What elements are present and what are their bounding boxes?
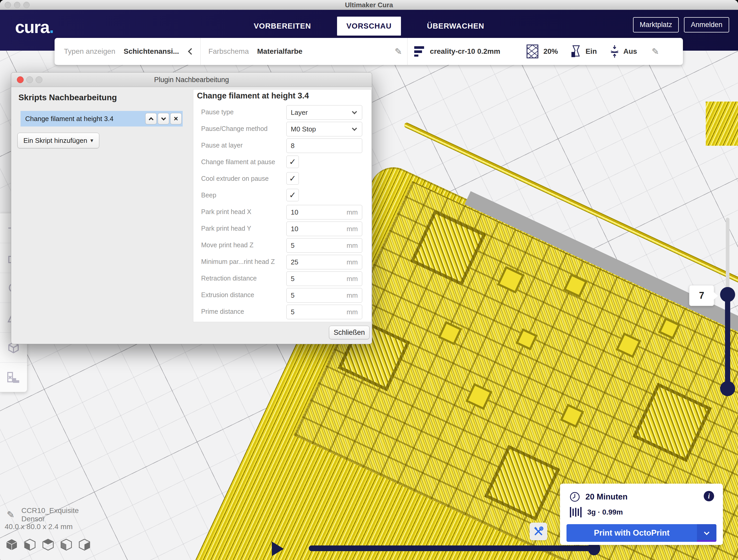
pause-at-layer-value: 8 [287, 142, 362, 150]
color-scheme-value[interactable]: Materialfarbe [257, 47, 303, 56]
adhesion-icon [609, 44, 620, 59]
field-row-change-filament-at-pause: Change filament at pause✓ [193, 154, 371, 171]
extrusion-distance-input[interactable]: 5mm [286, 288, 362, 303]
print-settings-icon [414, 46, 424, 57]
field-label-park-print-head-y: Park print head Y [201, 220, 284, 237]
qr-module-square [515, 328, 537, 351]
qr-module-square [564, 273, 588, 298]
field-label-pause-change-method: Pause/Change method [201, 121, 284, 137]
retraction-distance-input[interactable]: 5mm [286, 271, 362, 286]
cura-window: ✎ CCR10_Exquisite Densor 40.0 x 80.0 x 2… [0, 0, 738, 560]
field-row-prime-distance: Prime distance5mm [193, 304, 371, 320]
park-print-head-y-value: 10 [287, 225, 347, 233]
qr-finder-square [633, 383, 712, 462]
field-row-retraction-distance: Retraction distance5mm [193, 270, 371, 287]
support-value[interactable]: Ein [586, 47, 597, 56]
move-script-up-button[interactable] [145, 113, 157, 124]
support-blocker-icon [6, 371, 21, 385]
field-label-pause-at-layer: Pause at layer [201, 137, 284, 154]
infill-value[interactable]: 20% [543, 47, 558, 56]
minimum-par-rint-head-z-input[interactable]: 25mm [286, 255, 362, 269]
field-label-prime-distance: Prime distance [201, 304, 284, 320]
field-label-change-filament-at-pause: Change filament at pause [201, 154, 284, 171]
close-dialog-button[interactable]: Schließen [329, 326, 370, 339]
script-settings-heading: Change filament at height 3.4 [197, 91, 309, 100]
field-row-pause-at-layer: Pause at layer8 [193, 137, 371, 154]
beep-checkbox[interactable]: ✓ [286, 189, 299, 201]
field-label-beep: Beep [201, 187, 284, 204]
chevron-up-icon [149, 117, 153, 122]
field-label-move-print-head-z: Move print head Z [201, 237, 284, 254]
park-print-head-y-input[interactable]: 10mm [286, 221, 362, 236]
field-row-extrusion-distance: Extrusion distance5mm [193, 287, 371, 304]
adhesion-value[interactable]: Aus [624, 47, 637, 56]
qr-module-square [465, 383, 492, 410]
print-button-label: Print with OctoPrint [567, 524, 697, 542]
info-icon[interactable]: i [704, 491, 714, 501]
color-scheme-label: Farbschema [209, 47, 249, 56]
pause-at-layer-input[interactable]: 8 [286, 138, 362, 153]
window-title: Ultimaker Cura [0, 0, 738, 10]
tab-ueberwachen[interactable]: ÜBERWACHEN [418, 17, 494, 36]
park-print-head-x-input[interactable]: 10mm [286, 205, 362, 219]
qr-module-square [438, 321, 462, 345]
move-print-head-z-input[interactable]: 5mm [286, 238, 362, 253]
move-script-down-button[interactable] [158, 113, 169, 124]
checkmark-icon: ✓ [289, 157, 296, 167]
qr-module-square [497, 266, 524, 294]
octoprint-settings-button[interactable] [529, 523, 547, 540]
field-label-extrusion-distance: Extrusion distance [201, 287, 284, 304]
marketplace-button[interactable]: Marktplatz [633, 17, 679, 32]
hammer-wrench-icon [533, 526, 543, 537]
field-label-park-print-head-x: Park print head X [201, 204, 284, 220]
script-settings-panel: Change filament at height 3.4 Pause type… [193, 89, 371, 322]
qr-module-square [616, 333, 641, 358]
printer-profile[interactable]: creality-cr-10 0.2mm [430, 47, 500, 56]
field-row-pause-change-method: Pause/Change methodM0 Stop [193, 121, 371, 137]
pause-type-select[interactable]: Layer [286, 105, 362, 120]
chevron-down-icon [161, 116, 166, 120]
dialog-titlebar[interactable]: Plugin Nachbearbeitung [11, 72, 372, 87]
post-processing-dialog: Plugin Nachbearbeitung Skripts Nachbearb… [11, 72, 372, 344]
print-button-dropdown[interactable] [697, 524, 716, 542]
field-row-minimum-par-rint-head-z: Minimum par...rint head Z25mm [193, 254, 371, 270]
script-name: Change filament at height 3.4 [21, 115, 145, 123]
prime-distance-input[interactable]: 5mm [286, 305, 362, 319]
material-estimate: 3g · 0.99m [587, 508, 623, 516]
change-filament-at-pause-checkbox[interactable]: ✓ [286, 155, 299, 168]
prime-distance-unit: mm [347, 308, 362, 316]
remove-icon: × [174, 115, 178, 122]
remove-script-button[interactable]: × [170, 113, 181, 124]
checkmark-icon: ✓ [289, 173, 296, 183]
checkmark-icon: ✓ [289, 190, 296, 200]
view-type-value[interactable]: Schichtenansi... [124, 47, 179, 56]
field-label-retraction-distance: Retraction distance [201, 270, 284, 287]
pause-type-value: Layer [287, 109, 353, 117]
collapse-chevron-icon[interactable] [188, 48, 195, 55]
script-list-item[interactable]: Change filament at height 3.4 × [21, 111, 183, 126]
edit-print-settings-icon[interactable]: ✎ [652, 46, 659, 57]
field-label-pause-type: Pause type [201, 104, 284, 121]
add-script-button[interactable]: Ein Skript hinzufügen ▾ [17, 133, 99, 148]
print-with-octoprint-button[interactable]: Print with OctoPrint [567, 524, 716, 542]
move-print-head-z-unit: mm [347, 241, 362, 249]
qr-module-square [560, 404, 584, 428]
field-row-beep: Beep✓ [193, 187, 371, 204]
tab-vorbereiten[interactable]: VORBEREITEN [245, 17, 320, 36]
cool-extruder-on-pause-checkbox[interactable]: ✓ [286, 172, 299, 185]
signin-button[interactable]: Anmelden [684, 17, 729, 32]
edit-view-settings-icon[interactable]: ✎ [395, 46, 402, 57]
macos-titlebar: Ultimaker Cura [0, 0, 738, 10]
field-row-park-print-head-x: Park print head X10mm [193, 204, 371, 220]
qr-finder-square [410, 210, 486, 286]
pause-change-method-select[interactable]: M0 Stop [286, 122, 362, 136]
field-row-move-print-head-z: Move print head Z5mm [193, 237, 371, 254]
print-time-estimate: 20 Minuten [586, 492, 628, 502]
field-row-cool-extruder-on-pause: Cool extruder on pause✓ [193, 171, 371, 187]
extrusion-distance-unit: mm [347, 292, 362, 300]
extrusion-distance-value: 5 [287, 292, 347, 300]
print-summary-card: 20 Minuten i 3g · 0.99m Print with OctoP… [560, 484, 723, 545]
tab-vorschau[interactable]: VORSCHAU [337, 17, 401, 36]
support-blocker-button[interactable] [0, 363, 27, 393]
clock-icon [570, 491, 580, 502]
